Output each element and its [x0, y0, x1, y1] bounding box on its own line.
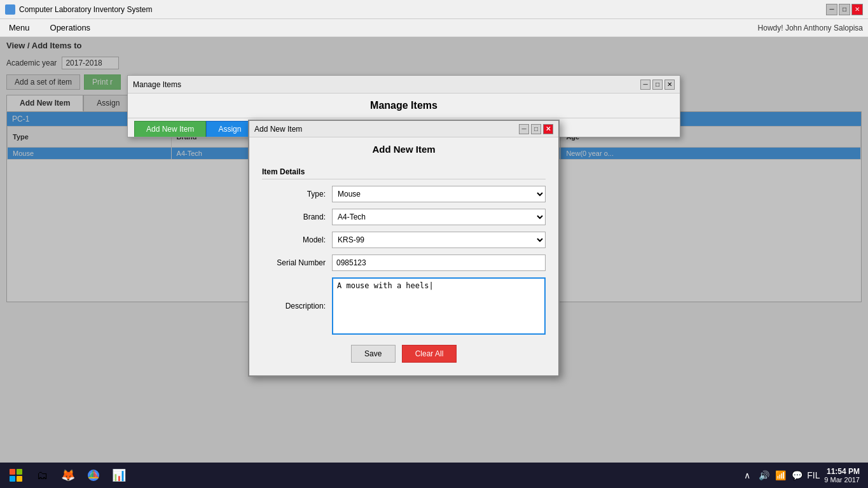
taskbar-left: 🗂 🦊 📊 [3, 464, 130, 486]
manage-minimize-btn[interactable]: ─ [640, 80, 651, 90]
manage-close-btn[interactable]: ✕ [665, 80, 675, 90]
dialog-controls: ─ □ ✕ [519, 124, 553, 134]
add-item-title-bar: Add New Item ─ □ ✕ [249, 121, 558, 137]
clear-all-button[interactable]: Clear All [402, 345, 457, 363]
close-button[interactable]: ✕ [851, 4, 863, 15]
minimize-button[interactable]: ─ [826, 4, 837, 15]
window-controls: ─ □ ✕ [826, 4, 863, 15]
description-textarea[interactable]: A mouse with a heels| [332, 277, 546, 335]
model-label: Model: [262, 235, 332, 244]
dialog-title: Add New Item [254, 125, 302, 134]
brand-label: Brand: [262, 213, 332, 221]
brand-row: Brand: A4-Tech Logitech HP Dell Samsung [262, 209, 546, 225]
clock-time: 11:54 PM [824, 467, 860, 476]
manage-tab-add-new[interactable]: Add New Item [134, 121, 206, 137]
clock-date: 9 Mar 2017 [824, 476, 860, 484]
serial-input[interactable] [332, 254, 546, 271]
start-button[interactable] [3, 464, 29, 486]
taskbar-firefox[interactable]: 🦊 [57, 464, 79, 486]
brand-select[interactable]: A4-Tech Logitech HP Dell Samsung [332, 209, 546, 225]
app-area: View / Add Items to Academic year Add a … [0, 37, 868, 463]
tray-network-icon[interactable]: 📶 [775, 470, 786, 481]
app-icon [5, 4, 15, 15]
menu-item-menu[interactable]: Menu [5, 22, 34, 34]
type-row: Type: Mouse Keyboard Monitor CPU Printer [262, 186, 546, 202]
dialog-buttons: Save Clear All [262, 345, 546, 363]
manage-maximize-btn[interactable]: □ [652, 80, 663, 90]
manage-tab-assign[interactable]: Assign [206, 121, 253, 137]
item-details-label: Item Details [262, 167, 546, 179]
serial-row: Serial Number [262, 254, 546, 271]
manage-items-heading: Manage Items [128, 94, 680, 118]
taskbar-spreadsheet[interactable]: 📊 [107, 464, 130, 486]
dialog-body: Item Details Type: Mouse Keyboard Monito… [249, 161, 558, 375]
dialog-heading: Add New Item [249, 137, 558, 161]
tray-language-label[interactable]: FIL [808, 470, 819, 481]
app-title: Computer Laboratory Inventory System [19, 5, 152, 14]
description-label: Description: [262, 302, 332, 310]
user-greeting: Howdy! John Anthony Salopisa [758, 24, 863, 32]
manage-items-controls: ─ □ ✕ [640, 80, 675, 90]
tray-chevron-icon[interactable]: ∧ [741, 470, 753, 481]
add-item-dialog: Add New Item ─ □ ✕ Add New Item Item Det… [248, 120, 560, 377]
model-select[interactable]: KRS-99 MK270 B100 [332, 232, 546, 248]
manage-items-title: Manage Items [133, 80, 181, 89]
tray-speaker-icon[interactable]: 🔊 [758, 470, 769, 481]
taskbar-file-manager[interactable]: 🗂 [31, 464, 54, 486]
taskbar-chrome[interactable] [82, 464, 105, 486]
menu-bar: Menu Operations Howdy! John Anthony Salo… [0, 19, 868, 37]
description-row: Description: A mouse with a heels| [262, 277, 546, 335]
taskbar: 🗂 🦊 📊 ∧ 🔊 📶 💬 FIL 11:54 PM 9 Mar 2017 [0, 463, 868, 488]
model-row: Model: KRS-99 MK270 B100 [262, 232, 546, 248]
taskbar-right: ∧ 🔊 📶 💬 FIL 11:54 PM 9 Mar 2017 [741, 467, 865, 484]
system-clock: 11:54 PM 9 Mar 2017 [824, 467, 860, 484]
type-label: Type: [262, 190, 332, 199]
title-bar: Computer Laboratory Inventory System ─ □… [0, 0, 868, 19]
serial-label: Serial Number [262, 258, 332, 267]
type-select[interactable]: Mouse Keyboard Monitor CPU Printer [332, 186, 546, 202]
dialog-maximize-btn[interactable]: □ [531, 124, 541, 134]
maximize-button[interactable]: □ [839, 4, 850, 15]
manage-items-title-bar: Manage Items ─ □ ✕ [128, 76, 680, 94]
tray-message-icon[interactable]: 💬 [791, 470, 803, 481]
save-button[interactable]: Save [351, 345, 396, 363]
dialog-minimize-btn[interactable]: ─ [519, 124, 529, 134]
menu-item-operations[interactable]: Operations [46, 22, 95, 34]
dialog-close-btn[interactable]: ✕ [543, 124, 553, 134]
